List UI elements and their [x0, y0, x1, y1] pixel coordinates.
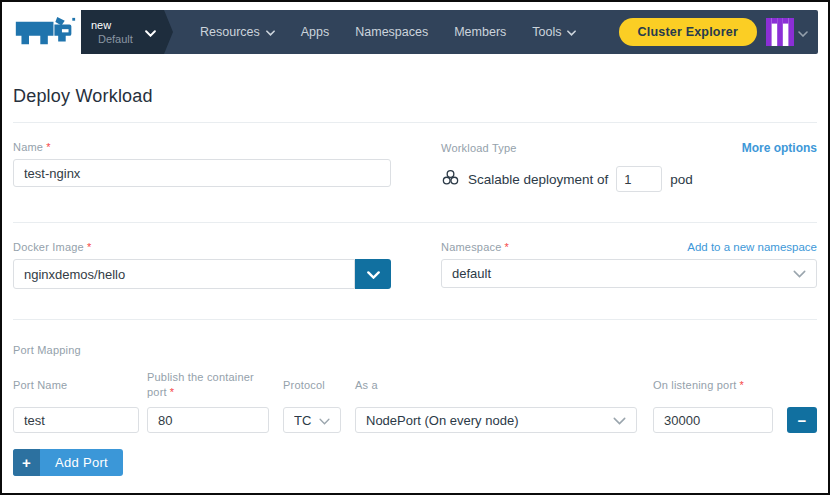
- user-menu[interactable]: [766, 18, 808, 46]
- port-type-select[interactable]: NodePort (On every node): [355, 407, 637, 433]
- main-content: Deploy Workload Name* Workload Type More…: [2, 86, 828, 476]
- cluster-switcher[interactable]: new Default: [81, 10, 173, 54]
- scalable-text-suffix: pod: [670, 172, 693, 187]
- required-asterisk: *: [87, 241, 91, 253]
- nav-item-tools[interactable]: Tools: [519, 25, 589, 39]
- page-title: Deploy Workload: [13, 86, 817, 107]
- chevron-down-icon: [613, 413, 626, 428]
- name-input[interactable]: [13, 159, 391, 187]
- row-name-workload: Name* Workload Type More options: [13, 141, 817, 192]
- publish-port-label: Publish the container port*: [147, 369, 269, 401]
- required-asterisk: *: [505, 241, 509, 253]
- add-namespace-link[interactable]: Add to a new namespace: [687, 241, 817, 253]
- docker-image-input[interactable]: [13, 259, 355, 289]
- listening-port-label: On listening port*: [653, 369, 773, 401]
- row-image-namespace: Docker Image* Namespace* Add to: [13, 241, 817, 289]
- port-type-value: NodePort (On every node): [366, 413, 613, 428]
- deploy-workload-screen: new Default Resources Apps: [0, 0, 830, 495]
- port-name-label: Port Name: [13, 369, 139, 401]
- nav-item-namespaces[interactable]: Namespaces: [342, 25, 441, 39]
- required-asterisk: *: [46, 141, 50, 153]
- required-asterisk: *: [170, 386, 174, 398]
- pod-count-input[interactable]: [616, 166, 662, 192]
- minus-icon: −: [798, 412, 807, 429]
- port-mapping-row: Port Name Publish the container port* Pr…: [13, 369, 817, 433]
- required-asterisk: *: [740, 379, 744, 391]
- cluster-name: new: [91, 18, 145, 32]
- chevron-down-icon: [319, 413, 330, 428]
- project-name: Default: [91, 32, 145, 46]
- nav-item-label: Resources: [200, 25, 260, 39]
- as-a-label: As a: [355, 369, 637, 401]
- top-navbar: new Default Resources Apps: [81, 10, 818, 54]
- namespace-value: default: [452, 266, 793, 281]
- nav-item-members[interactable]: Members: [441, 25, 519, 39]
- nav-item-label: Apps: [301, 25, 330, 39]
- docker-image-label: Docker Image*: [13, 241, 391, 253]
- namespace-select[interactable]: default: [441, 259, 817, 288]
- chevron-down-icon: [145, 23, 156, 41]
- scalable-text-prefix: Scalable deployment of: [468, 172, 608, 187]
- divider: [13, 222, 817, 223]
- port-mapping-section-label: Port Mapping: [13, 344, 817, 356]
- remove-port-button[interactable]: −: [787, 407, 817, 433]
- nav-item-label: Namespaces: [355, 25, 428, 39]
- chevron-down-icon: [798, 23, 808, 41]
- nav-item-label: Members: [454, 25, 506, 39]
- listening-port-input[interactable]: [653, 407, 773, 433]
- divider: [13, 122, 817, 123]
- chevron-down-icon: [793, 266, 806, 281]
- name-label: Name*: [13, 141, 391, 153]
- namespace-label: Namespace*: [441, 241, 509, 253]
- cluster-explorer-button[interactable]: Cluster Explorer: [619, 18, 757, 46]
- divider: [13, 319, 817, 320]
- nav-right: Cluster Explorer: [619, 10, 818, 54]
- chevron-down-icon: [266, 25, 275, 39]
- header: new Default Resources Apps: [2, 2, 828, 62]
- add-port-button[interactable]: + Add Port: [13, 449, 123, 476]
- protocol-select[interactable]: TC: [283, 407, 341, 433]
- container-port-input[interactable]: [147, 407, 269, 433]
- rancher-logo-icon[interactable]: [13, 13, 77, 55]
- nav-item-resources[interactable]: Resources: [187, 25, 288, 39]
- port-name-input[interactable]: [13, 407, 139, 433]
- protocol-label: Protocol: [283, 369, 341, 401]
- docker-image-dropdown-button[interactable]: [355, 259, 391, 289]
- protocol-value: TC: [294, 413, 319, 428]
- scale-icon: [441, 168, 460, 190]
- chevron-down-icon: [367, 267, 380, 282]
- nav-menu: Resources Apps Namespaces Members Tools: [187, 10, 589, 54]
- workload-type-label: Workload Type: [441, 142, 517, 154]
- avatar: [766, 18, 794, 46]
- plus-icon: +: [13, 449, 40, 476]
- nav-item-label: Tools: [532, 25, 561, 39]
- scalable-deployment-row: Scalable deployment of pod: [441, 166, 817, 192]
- more-options-link[interactable]: More options: [742, 141, 817, 155]
- nav-item-apps[interactable]: Apps: [288, 25, 343, 39]
- add-port-label: Add Port: [40, 449, 123, 476]
- chevron-down-icon: [567, 25, 576, 39]
